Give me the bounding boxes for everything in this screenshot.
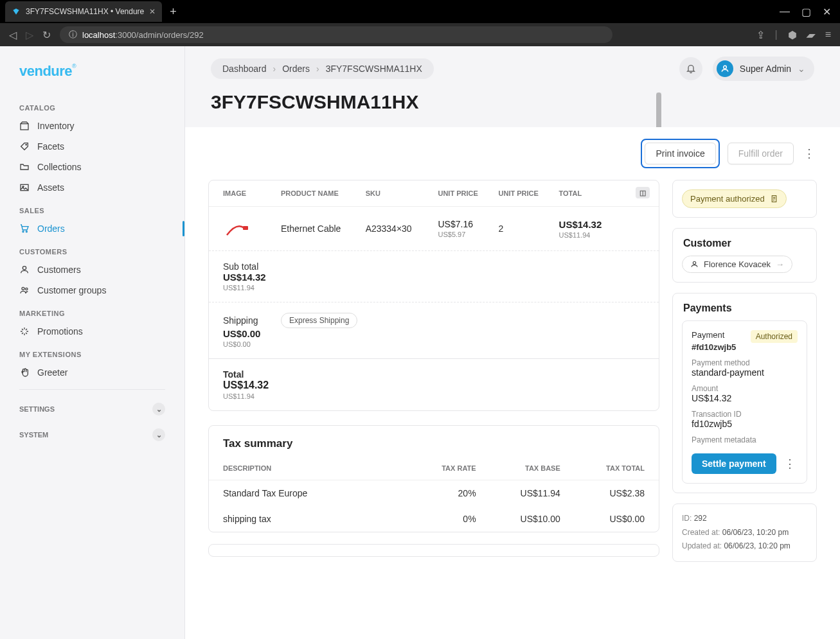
tab-title: 3FY7FSCWSHMA11HX • Vendure [26, 7, 144, 16]
shield-icon[interactable]: ⬢ [788, 29, 797, 41]
window-minimize-icon[interactable]: — [780, 6, 790, 18]
new-tab-button[interactable]: + [162, 5, 184, 19]
url-host: localhost [82, 30, 115, 40]
window-close-icon[interactable]: ✕ [823, 6, 831, 18]
url-path: :3000/admin/orders/292 [115, 30, 203, 40]
share-icon[interactable]: ⇪ [756, 29, 765, 41]
tab-favicon [12, 7, 21, 16]
nav-forward-icon[interactable]: ▷ [26, 29, 33, 41]
browser-tab[interactable]: 3FY7FSCWSHMA11HX • Vendure ✕ [5, 1, 162, 22]
extensions-icon[interactable]: ▰ [805, 29, 817, 41]
browser-tabbar: 3FY7FSCWSHMA11HX • Vendure ✕ + — ▢ ✕ [0, 0, 840, 23]
site-info-icon[interactable]: ⓘ [69, 29, 77, 40]
menu-icon[interactable]: ≡ [825, 29, 831, 40]
window-maximize-icon[interactable]: ▢ [801, 6, 811, 18]
nav-back-icon[interactable]: ◁ [9, 29, 17, 41]
url-input[interactable]: ⓘ localhost:3000/admin/orders/292 [60, 26, 612, 43]
tab-close-icon[interactable]: ✕ [149, 7, 156, 16]
nav-reload-icon[interactable]: ↻ [42, 29, 51, 41]
browser-addressbar: ◁ ▷ ↻ ⓘ localhost:3000/admin/orders/292 … [0, 23, 840, 46]
